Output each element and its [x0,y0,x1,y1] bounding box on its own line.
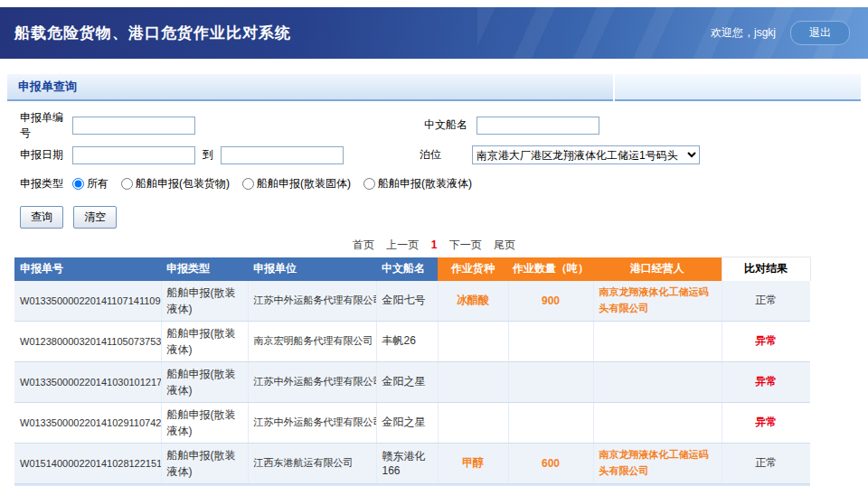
pagination-current-page: 1 [431,238,438,251]
cell-declaration-unit: 江苏中外运船务代理有限公司 [248,402,376,443]
radio-bulk-solid[interactable] [242,178,254,190]
date-separator: 到 [203,147,213,163]
berth-select[interactable]: 南京港大厂港区龙翔液体化工储运1号码头 [472,145,700,164]
table-row: W013350000220141029110742 船舶申报(散装液体) 江苏中… [14,402,810,443]
cell-quantity: 600 [508,443,593,483]
form-row-1: 申报单编号 中文船名 [20,116,861,135]
cell-port-operator [593,402,722,443]
col-header-ship-name: 中文船名 [376,257,438,281]
form-row-2: 申报日期 到 泊位 南京港大厂港区龙翔液体化工储运1号码头 [20,145,861,164]
cell-declaration-type: 船舶申报(散装液体) [161,443,248,483]
cell-cargo-type: 冰醋酸 [438,281,508,322]
cell-compare-result: 异常 [722,321,810,361]
cell-cargo-type [438,321,508,361]
logout-button[interactable]: 退出 [790,21,850,45]
declaration-type-label: 申报类型 [20,176,72,192]
cell-declaration-no: W012380000320141105073753 [14,321,161,361]
radio-option-all[interactable]: 所有 [72,176,108,192]
cell-port-operator: 南京龙翔液体化工储运码头有限公司 [593,281,722,322]
col-header-declaration-no: 申报单号 [14,257,161,281]
radio-option-packaged[interactable]: 船舶申报(包装货物) [121,176,230,192]
cell-compare-result: 异常 [722,361,810,402]
radio-option-bulk-solid[interactable]: 船舶申报(散装固体) [242,176,351,192]
app-header: 船载危险货物、港口危货作业比对系统 欢迎您，jsgkj 退出 [0,7,868,59]
pagination: 首页 上一页 1 下一页 尾页 [7,238,861,253]
col-header-declaration-type: 申报类型 [161,257,248,281]
welcome-text: 欢迎您，jsgkj [711,25,776,41]
cell-declaration-no: W015140000220141028122151 [14,443,161,483]
cell-declaration-unit: 江西东港航运有限公司 [248,443,376,483]
cell-declaration-unit: 江苏中外运船务代理有限公司 [248,361,376,402]
cell-cargo-type: 甲醇 [438,443,508,483]
date-from-input[interactable] [72,146,195,164]
cell-ship-name: 丰帆26 [376,321,438,361]
cell-compare-result: 异常 [722,402,810,443]
cell-quantity: 900 [508,281,593,322]
radio-bulk-liquid[interactable] [363,178,375,190]
cell-quantity [508,361,593,402]
cell-compare-result: 正常 [722,281,810,322]
cell-declaration-unit: 南京宏明船务代理有限公司 [248,321,376,361]
cell-quantity [508,321,593,361]
table-row: W012380000320141105073753 船舶申报(散装液体) 南京宏… [14,321,810,361]
cell-declaration-type: 船舶申报(散装液体) [161,361,248,402]
cell-declaration-unit: 江苏中外运船务代理有限公司 [248,281,376,322]
pagination-last[interactable]: 尾页 [494,238,515,251]
header-right: 欢迎您，jsgkj 退出 [711,21,868,45]
col-header-cargo-type: 作业货种 [438,257,508,281]
radio-packaged[interactable] [121,178,133,190]
form-buttons: 查询 清空 [20,206,861,229]
cell-port-operator [593,361,722,402]
radio-all[interactable] [72,178,84,190]
query-form: 申报单编号 中文船名 申报日期 到 泊位 南京港大厂港区龙翔液体化工储运1号码头… [7,101,861,229]
date-to-input[interactable] [221,146,344,164]
section-bar: 申报单查询 [7,74,861,101]
section-tab-query: 申报单查询 [7,74,613,101]
page-title: 申报单查询 [7,79,77,95]
ship-name-label: 中文船名 [424,117,476,133]
pagination-first[interactable]: 首页 [353,238,374,251]
cell-port-operator [593,321,722,361]
section-bar-spacer [615,74,861,101]
table-row: W013350000220141107141109 船舶申报(散装液体) 江苏中… [14,281,810,322]
cell-quantity [508,402,593,443]
col-header-quantity: 作业数量（吨） [508,257,593,281]
table-row: W013350000220141030101217 船舶申报(散装液体) 江苏中… [14,361,810,402]
cell-declaration-no: W013350000220141029110742 [14,402,161,443]
cell-cargo-type [438,402,508,443]
cell-declaration-no: W013350000220141107141109 [14,281,161,322]
berth-label: 泊位 [420,147,472,163]
cell-declaration-no: W013350000220141030101217 [14,361,161,402]
clear-button[interactable]: 清空 [73,206,117,229]
cell-ship-name: 金阳之星 [376,361,438,402]
col-header-declaration-unit: 申报单位 [248,257,376,281]
ship-name-input[interactable] [476,117,599,135]
cell-cargo-type [438,361,508,402]
cell-declaration-type: 船舶申报(散装液体) [161,402,248,443]
cell-ship-name: 金阳七号 [376,281,438,322]
col-header-port-operator: 港口经营人 [593,257,722,281]
date-label: 申报日期 [20,147,72,163]
cell-compare-result: 正常 [722,443,810,483]
declaration-no-input[interactable] [72,117,195,135]
table-row: W015140000220141028122151 船舶申报(散装液体) 江西东… [14,443,810,483]
app-title: 船载危险货物、港口危货作业比对系统 [0,23,291,43]
col-header-compare-result: 比对结果 [722,257,810,281]
form-row-3: 申报类型 所有 船舶申报(包装货物) 船舶申报(散装固体) 船舶申报(散装液体) [20,175,861,192]
cell-port-operator: 南京龙翔液体化工储运码头有限公司 [593,443,722,483]
declaration-no-label: 申报单编号 [20,110,72,141]
table-header-row: 申报单号 申报类型 申报单位 中文船名 作业货种 作业数量（吨） 港口经营人 比… [14,257,810,281]
radio-option-bulk-liquid[interactable]: 船舶申报(散装液体) [363,176,472,192]
pagination-next[interactable]: 下一页 [449,238,482,251]
cell-declaration-type: 船舶申报(散装液体) [161,281,248,322]
query-button[interactable]: 查询 [20,206,63,229]
pagination-prev[interactable]: 上一页 [386,238,419,251]
cell-ship-name: 金阳之星 [376,402,438,443]
cell-ship-name: 赣东港化166 [376,443,438,483]
main-content: 申报单编号 中文船名 申报日期 到 泊位 南京港大厂港区龙翔液体化工储运1号码头… [0,101,868,486]
results-table: 申报单号 申报类型 申报单位 中文船名 作业货种 作业数量（吨） 港口经营人 比… [14,257,811,484]
cell-declaration-type: 船舶申报(散装液体) [161,321,248,361]
